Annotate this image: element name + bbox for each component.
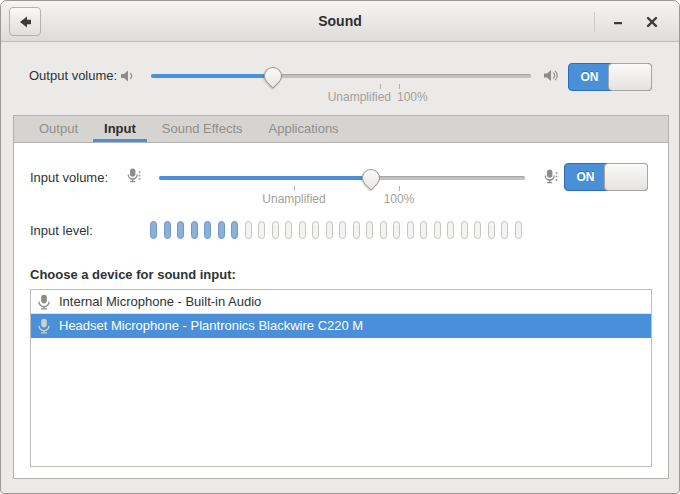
level-segment — [501, 221, 508, 239]
toggle-on-label: ON — [565, 164, 606, 190]
toggle-knob[interactable] — [608, 63, 652, 91]
titlebar-separator — [594, 12, 595, 32]
minimize-button[interactable] — [601, 7, 635, 37]
slider-fill — [151, 74, 273, 78]
level-segment — [434, 221, 441, 239]
level-segment — [380, 221, 387, 239]
slider-handle[interactable] — [260, 63, 285, 88]
toggle-knob[interactable] — [604, 163, 648, 191]
level-segment — [407, 221, 414, 239]
tick-label-100: 100% — [397, 90, 428, 104]
microphone-icon — [36, 318, 52, 334]
tick-unamplified — [380, 84, 381, 89]
slider-fill — [159, 176, 371, 180]
tick-label-100: 100% — [384, 192, 415, 206]
level-segment — [231, 221, 238, 239]
level-segment — [258, 221, 265, 239]
output-toggle-switch[interactable]: ON — [568, 63, 652, 91]
slider-handle[interactable] — [359, 165, 384, 190]
level-segment — [393, 221, 400, 239]
window-title: Sound — [1, 1, 679, 42]
level-segment — [366, 221, 373, 239]
level-segment — [474, 221, 481, 239]
level-segment — [204, 221, 211, 239]
tick-label-unamplified: Unamplified — [262, 192, 325, 206]
input-tab-content: Input volume: Unamplified 100% ON — [14, 143, 668, 478]
device-row[interactable]: Headset Microphone - Plantronics Blackwi… — [31, 314, 651, 338]
level-segment — [218, 221, 225, 239]
level-segment — [272, 221, 279, 239]
sound-settings-window: Sound Output volume: — [0, 0, 680, 494]
sound-notebook: Output Input Sound Effects Applications … — [13, 115, 669, 479]
level-segment — [299, 221, 306, 239]
tab-input[interactable]: Input — [91, 116, 149, 142]
output-volume-slider[interactable]: Unamplified 100% — [151, 43, 531, 95]
level-segment — [515, 221, 522, 239]
microphone-sensitivity-icon-left — [126, 167, 143, 184]
microphone-sensitivity-icon-right — [543, 168, 560, 185]
tab-applications[interactable]: Applications — [256, 116, 352, 142]
level-segment — [420, 221, 427, 239]
input-level-label: Input level: — [30, 223, 93, 238]
level-segment — [312, 221, 319, 239]
level-segment — [339, 221, 346, 239]
level-segment — [191, 221, 198, 239]
microphone-icon — [36, 294, 52, 310]
output-volume-label: Output volume: — [29, 68, 117, 83]
level-segment — [177, 221, 184, 239]
toggle-on-label: ON — [569, 64, 610, 90]
level-segment — [447, 221, 454, 239]
tab-output[interactable]: Output — [26, 116, 91, 142]
tick-100 — [399, 84, 400, 89]
level-segment — [245, 221, 252, 239]
close-button[interactable] — [635, 7, 669, 37]
level-segment — [353, 221, 360, 239]
level-segment — [285, 221, 292, 239]
level-segment — [150, 221, 157, 239]
speaker-low-icon — [119, 68, 137, 84]
level-segment — [461, 221, 468, 239]
input-volume-label: Input volume: — [30, 170, 108, 185]
minimize-icon — [612, 16, 624, 28]
titlebar: Sound — [1, 1, 679, 42]
tick-label-unamplified: Unamplified — [328, 90, 391, 104]
output-volume-row: Output volume: Unamplified 100% ON — [1, 43, 679, 115]
speaker-high-icon — [542, 67, 562, 84]
tab-bar: Output Input Sound Effects Applications — [14, 116, 668, 143]
device-label: Internal Microphone - Built-in Audio — [59, 294, 261, 309]
tick-unamplified — [294, 186, 295, 191]
input-level-meter — [150, 221, 522, 239]
device-row[interactable]: Internal Microphone - Built-in Audio — [31, 290, 651, 314]
level-segment — [164, 221, 171, 239]
device-chooser-heading: Choose a device for sound input: — [30, 267, 236, 282]
input-toggle-switch[interactable]: ON — [564, 163, 648, 191]
close-icon — [646, 16, 658, 28]
level-segment — [326, 221, 333, 239]
tab-sound-effects[interactable]: Sound Effects — [149, 116, 256, 142]
input-volume-slider[interactable]: Unamplified 100% — [159, 143, 525, 195]
level-segment — [488, 221, 495, 239]
tick-100 — [399, 186, 400, 191]
device-label: Headset Microphone - Plantronics Blackwi… — [59, 318, 363, 333]
device-list[interactable]: Internal Microphone - Built-in AudioHead… — [30, 289, 652, 467]
